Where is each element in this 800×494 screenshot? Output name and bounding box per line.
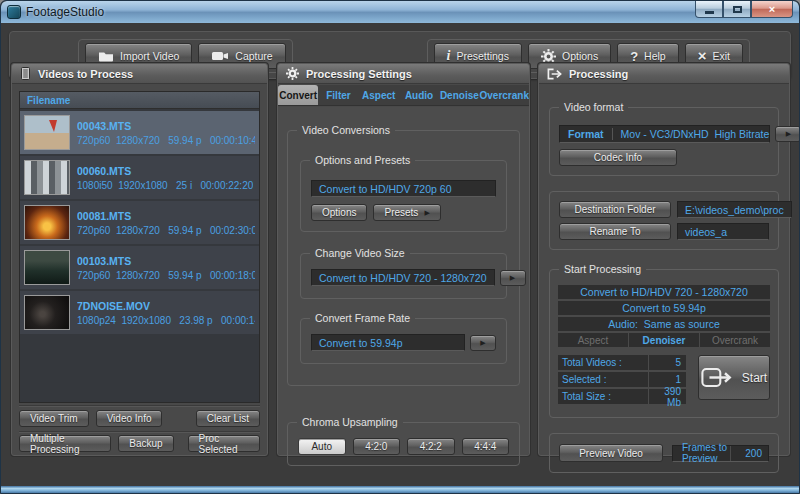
video-specs: 720p60 1280x720 59.94 p 00:02:30:05 — [77, 225, 255, 236]
summary-audio-text: Audio: Same as source — [608, 318, 719, 330]
frames-to-preview-field[interactable]: Frames to Preview 200 — [672, 445, 769, 462]
proc-selected-button[interactable]: Proc Selected — [188, 435, 260, 452]
summary-rate-text: Convert to 59.94p — [622, 302, 705, 314]
minimize-button[interactable] — [695, 1, 723, 18]
videos-panel-title: Videos to Process — [38, 68, 133, 80]
processing-settings-panel: Processing Settings Convert Filter Aspec… — [277, 63, 530, 456]
frame-rate-combo: Convert to 59.94p ▶ — [311, 334, 496, 351]
video-thumbnail — [24, 160, 70, 195]
tab-denoise[interactable]: Denoise — [439, 85, 479, 105]
video-row[interactable]: 00060.MTS 1080i50 1920x1080 25 i 00:00:2… — [20, 156, 259, 199]
codec-info-button[interactable]: Codec Info — [559, 149, 677, 166]
chroma-upsampling-group: Chroma Upsampling Auto 4:2:0 4:2:2 4:4:4 — [287, 422, 520, 466]
frames-to-preview-label: Frames to Preview — [673, 442, 730, 464]
video-meta: 00043.MTS 720p60 1280x720 59.94 p 00:00:… — [77, 120, 255, 146]
videos-panel: Videos to Process Filename 00043.MTS 720… — [11, 63, 268, 456]
info-icon: i — [447, 48, 451, 64]
tab-convert[interactable]: Convert — [278, 85, 318, 105]
tab-audio[interactable]: Audio — [399, 85, 439, 105]
video-meta: 7DNOISE.MOV 1080p24 1920x1080 23.98 p 00… — [77, 300, 255, 326]
tab-filter[interactable]: Filter — [318, 85, 358, 105]
tab-aspect[interactable]: Aspect — [359, 85, 399, 105]
video-info-label: Video Info — [107, 413, 152, 424]
chroma-422-label: 4:2:2 — [420, 441, 442, 452]
video-row[interactable]: 00043.MTS 720p60 1280x720 59.94 p 00:00:… — [20, 111, 259, 154]
video-row[interactable]: 7DNOISE.MOV 1080p24 1920x1080 23.98 p 00… — [20, 291, 259, 334]
video-row[interactable]: 00081.MTS 720p60 1280x720 59.94 p 00:02:… — [20, 201, 259, 244]
caption-buttons: × — [695, 1, 793, 18]
stat-total-videos: Total Videos : 5 — [558, 355, 686, 370]
chroma-422-button[interactable]: 4:2:2 — [407, 438, 455, 455]
multiple-processing-button[interactable]: Multiple Processing — [19, 435, 111, 452]
module-aspect-label: Aspect — [578, 335, 609, 346]
presets-menu-button[interactable]: Presets ▶ — [373, 204, 440, 221]
chroma-auto-button[interactable]: Auto — [298, 438, 346, 455]
video-row[interactable]: 00103.MTS 720p60 1280x720 59.94 p 00:00:… — [20, 246, 259, 289]
film-icon — [20, 67, 31, 80]
rename-to-field[interactable]: videos_a — [677, 223, 769, 240]
format-field[interactable]: Format Mov - VC3/DNxHD High Bitrate — [559, 125, 770, 143]
chroma-upsampling-label: Chroma Upsampling — [297, 416, 403, 428]
video-name: 00103.MTS — [77, 255, 255, 267]
options-preset-label: Options — [322, 207, 356, 218]
preview-video-button[interactable]: Preview Video — [559, 444, 663, 462]
help-label: Help — [644, 50, 666, 62]
videos-panel-header: Videos to Process — [12, 64, 267, 84]
capture-label: Capture — [235, 50, 272, 62]
x-icon: × — [698, 51, 707, 61]
chroma-420-label: 4:2:0 — [365, 441, 387, 452]
clear-list-button[interactable]: Clear List — [196, 410, 260, 427]
chevron-right-icon: ▶ — [480, 339, 485, 347]
format-dropdown-button[interactable]: ▶ — [775, 126, 800, 142]
video-name: 00060.MTS — [77, 165, 253, 177]
video-size-value: Convert to HD/HDV 720 - 1280x720 — [319, 272, 487, 284]
video-size-field[interactable]: Convert to HD/HDV 720 - 1280x720 — [311, 269, 495, 286]
destination-folder-field[interactable]: E:\videos_demo\proc — [677, 201, 792, 218]
processing-settings-title: Processing Settings — [306, 68, 412, 80]
rename-to-button[interactable]: Rename To — [559, 223, 671, 240]
frames-to-preview-value: 200 — [730, 446, 768, 461]
video-trim-button[interactable]: Video Trim — [19, 410, 89, 427]
list-buttons-row-2: Multiple Processing Backup Proc Selected — [19, 435, 260, 452]
module-aspect: Aspect — [558, 333, 628, 347]
video-meta: 00103.MTS 720p60 1280x720 59.94 p 00:00:… — [77, 255, 255, 281]
frame-rate-field[interactable]: Convert to 59.94p — [311, 334, 465, 351]
app-icon — [7, 5, 21, 19]
video-name: 00081.MTS — [77, 210, 255, 222]
chroma-420-button[interactable]: 4:2:0 — [353, 438, 401, 455]
tab-audio-label: Audio — [405, 90, 433, 101]
close-button[interactable]: × — [751, 1, 793, 18]
stats-table: Total Videos : 5 Selected : 1 Total Size… — [558, 355, 686, 406]
maximize-button[interactable] — [723, 1, 751, 18]
spacer — [169, 410, 188, 427]
filename-column-header[interactable]: Filename — [20, 92, 259, 109]
format-field-label: Format — [560, 128, 612, 140]
destination-folder-label: Destination Folder — [574, 204, 655, 215]
module-denoiser-label: Denoiser — [643, 335, 686, 346]
video-size-dropdown-button[interactable]: ▶ — [500, 270, 526, 286]
folder-icon — [98, 50, 114, 62]
rename-to-row: Rename To videos_a — [559, 223, 769, 240]
tab-overcrank[interactable]: Overcrank — [479, 85, 528, 105]
gear-icon — [286, 67, 299, 80]
module-overcrank-label: Overcrank — [712, 335, 758, 346]
start-button[interactable]: Start — [698, 355, 770, 400]
list-buttons-row-1: Video Trim Video Info Clear List — [19, 410, 260, 427]
backup-label: Backup — [129, 438, 162, 449]
video-format-label: Video format — [559, 101, 628, 113]
backup-button[interactable]: Backup — [118, 435, 173, 452]
frame-rate-dropdown-button[interactable]: ▶ — [470, 335, 496, 351]
options-preset-button[interactable]: Options — [311, 204, 367, 221]
video-info-button[interactable]: Video Info — [96, 410, 163, 427]
current-preset-field[interactable]: Convert to HD/HDV 720p 60 — [311, 180, 496, 197]
preview-video-label: Preview Video — [579, 448, 643, 459]
video-conversions-label: Video Conversions — [297, 124, 395, 136]
video-specs: 1080p24 1920x1080 23.98 p 00:00:14:06 — [77, 315, 255, 326]
app-window: FootageStudio × Import Video Capture i P… — [0, 0, 800, 494]
chroma-444-button[interactable]: 4:4:4 — [462, 438, 510, 455]
destination-folder-button[interactable]: Destination Folder — [559, 201, 671, 218]
window-title: FootageStudio — [26, 5, 104, 19]
window-titlebar[interactable]: FootageStudio × — [1, 1, 799, 23]
preview-group: Preview Video Frames to Preview 200 — [549, 433, 779, 473]
convert-frame-rate-label: Convert Frame Rate — [310, 312, 415, 324]
